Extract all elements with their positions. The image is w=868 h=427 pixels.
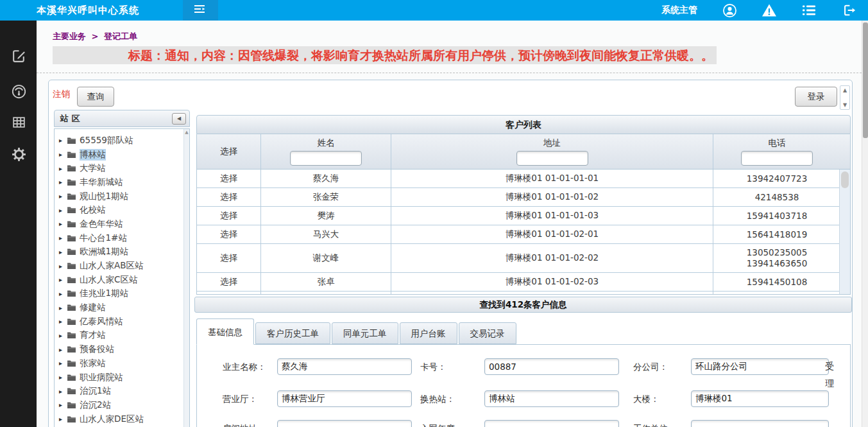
query-button[interactable]: 查询 — [77, 87, 114, 107]
menu-toggle-button[interactable] — [183, 0, 218, 21]
row-select-button[interactable]: 选择 — [197, 225, 261, 243]
tree-caret-icon[interactable]: ▸ — [59, 415, 67, 423]
spinner-up-icon[interactable]: ▲ — [840, 87, 849, 93]
data-grid-icon[interactable] — [11, 114, 27, 130]
row-select-button[interactable]: 选择 — [197, 273, 261, 291]
page-scrollbar-thumb[interactable] — [863, 22, 868, 138]
row-select-button[interactable]: 选择 — [197, 188, 261, 206]
business-hall-label: 营业厅： — [223, 390, 257, 408]
tree-item[interactable]: ▸亿泰风情站 — [55, 315, 189, 329]
tree-caret-icon[interactable]: ▸ — [59, 248, 67, 256]
tree-item[interactable]: ▸职业病院站 — [55, 370, 189, 385]
register-order-icon[interactable] — [11, 48, 27, 64]
folder-icon — [67, 401, 76, 409]
tree-caret-icon[interactable]: ▸ — [59, 276, 67, 283]
spinner-down-icon[interactable]: ▼ — [840, 102, 849, 108]
tree-item[interactable]: ▸金色年华站 — [55, 217, 189, 231]
row-select-button[interactable]: 选择 — [197, 170, 261, 187]
tree-item[interactable]: ▸牛心台1#站 — [55, 231, 189, 245]
tree-scroll-up-icon[interactable]: ▲ — [184, 130, 189, 135]
folder-icon — [67, 248, 76, 256]
work-unit-input[interactable] — [691, 420, 829, 427]
breadcrumb-register-order[interactable]: 登记工单 — [104, 31, 137, 41]
tree-item[interactable]: ▸修建站 — [55, 301, 189, 315]
tree-caret-icon[interactable]: ▸ — [59, 165, 67, 172]
tree-item[interactable]: ▸治沉1站 — [55, 384, 189, 398]
tree-caret-icon[interactable]: ▸ — [59, 193, 67, 200]
tree-item[interactable]: ▸观山悦1期站 — [55, 189, 189, 204]
row-name: 张金荣 — [261, 188, 391, 206]
basic-info-form: 业主名称： 卡号： 分公司： 营业厅： 换热站： 大楼： 房间地址： 入网年度： — [196, 344, 851, 427]
phone-filter-input[interactable] — [741, 151, 813, 166]
user-profile-icon[interactable] — [722, 3, 737, 18]
tree-caret-icon[interactable]: ▸ — [59, 360, 67, 367]
tree-caret-icon[interactable]: ▸ — [59, 137, 67, 144]
task-list-icon[interactable] — [801, 3, 817, 18]
tree-item[interactable]: ▸治沉2站 — [55, 398, 189, 412]
breadcrumb-main-business[interactable]: 主要业务 — [53, 31, 86, 41]
tree-caret-icon[interactable]: ▸ — [59, 346, 67, 353]
tree-caret-icon[interactable]: ▸ — [59, 290, 67, 297]
row-name: 马兴大 — [261, 225, 391, 243]
tree-item[interactable]: ▸山水人家DE区站 — [55, 412, 189, 426]
heat-station-input[interactable] — [484, 390, 619, 407]
tree-caret-icon[interactable]: ▸ — [59, 374, 67, 381]
building-input[interactable] — [691, 390, 829, 407]
tree-caret-icon[interactable]: ▸ — [59, 220, 67, 227]
tree-item-selected[interactable]: ▸博林站 — [55, 148, 189, 162]
tree-caret-icon[interactable]: ▸ — [59, 179, 67, 186]
tree-caret-icon[interactable]: ▸ — [59, 207, 67, 214]
tree-item[interactable]: ▸丰华新城站 — [55, 175, 189, 189]
tab-user-ledger[interactable]: 用户台账 — [400, 322, 457, 344]
tree-caret-icon[interactable]: ▸ — [59, 332, 67, 339]
tree-caret-icon[interactable]: ▸ — [59, 388, 67, 395]
accept-button[interactable]: 受理 — [824, 358, 835, 392]
owner-name-input[interactable] — [277, 358, 412, 375]
tree-caret-icon[interactable]: ▸ — [59, 234, 67, 241]
table-scrollbar[interactable] — [839, 170, 850, 294]
card-number-input[interactable] — [484, 358, 619, 375]
tree-caret-icon[interactable]: ▸ — [59, 304, 67, 311]
tree-scrollbar[interactable]: ▲ — [183, 129, 189, 427]
tree-item[interactable]: ▸欧洲城1期站 — [55, 245, 189, 259]
tree-item[interactable]: ▸山水人家AB区站 — [55, 259, 189, 273]
login-button[interactable]: 登录 — [795, 87, 837, 107]
alert-icon[interactable] — [762, 3, 777, 18]
dashboard-gauge-icon[interactable] — [11, 83, 27, 100]
tree-caret-icon[interactable]: ▸ — [59, 401, 67, 408]
tab-same-unit-orders[interactable]: 同单元工单 — [332, 322, 398, 344]
tree-caret-icon[interactable]: ▸ — [59, 318, 67, 325]
logout-link[interactable]: 注销 — [53, 89, 70, 100]
logout-icon[interactable] — [841, 3, 856, 18]
tree-item[interactable]: ▸化校站 — [55, 203, 189, 217]
settings-gear-icon[interactable] — [11, 146, 27, 162]
tree-item[interactable]: ▸65559部队站 — [55, 134, 189, 148]
tree-caret-icon[interactable]: ▸ — [59, 151, 67, 158]
row-name — [261, 292, 391, 295]
page-scrollbar[interactable] — [862, 21, 868, 427]
business-hall-input[interactable] — [277, 390, 412, 407]
tab-transaction-records[interactable]: 交易记录 — [459, 322, 516, 344]
branch-company-input[interactable] — [691, 358, 829, 375]
tree-collapse-button[interactable]: ◀ — [172, 113, 186, 125]
tree-item[interactable]: ▸大学站 — [55, 161, 189, 175]
room-address-input[interactable] — [277, 420, 412, 427]
tree-item[interactable]: ▸山水人家C区站 — [55, 273, 189, 287]
row-select-button[interactable]: 选择 — [197, 244, 261, 272]
tree-caret-icon[interactable]: ▸ — [59, 263, 67, 270]
notice-marquee-text: 标题：通知，内容：因管线爆裂，将影响育才换热站所属所有用户停供，预计傍晚到夜间能… — [128, 46, 713, 64]
branch-company-label: 分公司： — [633, 358, 668, 376]
tab-customer-history-orders[interactable]: 客户历史工单 — [255, 322, 330, 344]
address-filter-input[interactable] — [516, 151, 588, 166]
tree-item[interactable]: ▸育才站 — [55, 329, 189, 343]
table-scrollbar-thumb[interactable] — [841, 171, 849, 188]
folder-icon — [67, 206, 76, 214]
tree-item[interactable]: ▸张家站 — [55, 356, 189, 370]
tree-item[interactable]: ▸预备役站 — [55, 342, 189, 356]
tab-basic-info[interactable]: 基础信息 — [196, 318, 254, 345]
row-select-button[interactable]: 选择 — [197, 207, 261, 225]
name-filter-input[interactable] — [290, 151, 362, 166]
tree-item[interactable]: ▸佳兆业1期站 — [55, 287, 189, 301]
network-year-input[interactable] — [484, 420, 619, 427]
row-select-button[interactable]: 选择 — [197, 292, 261, 295]
